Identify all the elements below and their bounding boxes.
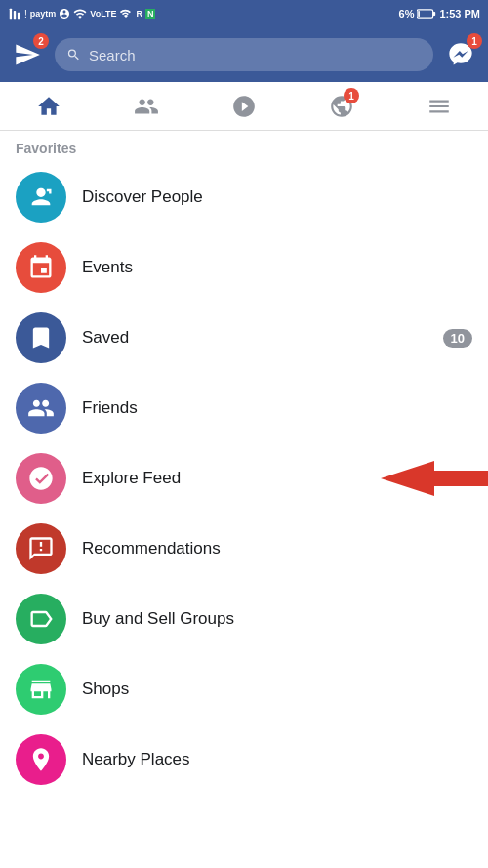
shops-label: Shops: [82, 680, 129, 699]
battery-level: 6%: [399, 8, 415, 20]
svg-marker-6: [381, 461, 488, 496]
svg-rect-4: [433, 12, 436, 16]
shops-icon: [16, 664, 66, 715]
tab-home[interactable]: [0, 82, 98, 130]
menu-item-explore-feed[interactable]: Explore Feed: [0, 443, 488, 514]
content: Favorites Discover People Events Saved 1…: [0, 131, 488, 795]
menu-item-buy-sell-groups[interactable]: Buy and Sell Groups: [0, 584, 488, 654]
recommendations-icon: [16, 523, 66, 574]
menu-item-recommendations[interactable]: Recommendations: [0, 514, 488, 584]
menu-item-shops[interactable]: Shops: [0, 654, 488, 724]
explore-feed-label: Explore Feed: [82, 469, 181, 488]
buy-sell-groups-icon: [16, 594, 66, 644]
messenger-badge: 1: [467, 33, 482, 49]
tab-bar: 1: [0, 82, 488, 131]
nearby-places-icon: [16, 734, 66, 785]
logo-badge: 2: [33, 33, 49, 49]
globe-tab-badge: 1: [344, 88, 359, 103]
tab-menu[interactable]: [390, 82, 488, 130]
search-bar[interactable]: [55, 38, 433, 71]
events-label: Events: [82, 258, 133, 277]
menu-item-saved[interactable]: Saved 10: [0, 303, 488, 373]
nearby-places-label: Nearby Places: [82, 750, 190, 769]
search-input[interactable]: [89, 47, 422, 63]
explore-feed-arrow: [381, 457, 488, 500]
saved-label: Saved: [82, 328, 129, 348]
search-icon: [66, 47, 81, 62]
saved-badge: 10: [443, 329, 472, 348]
menu-item-discover-people[interactable]: Discover People: [0, 162, 488, 232]
status-bar: ! paytm VoLTE R N 6% 1:53 PM: [0, 0, 488, 27]
status-right-info: 6% 1:53 PM: [399, 8, 480, 20]
section-favorites-label: Favorites: [0, 131, 488, 162]
discover-people-label: Discover People: [82, 187, 203, 207]
messenger-icon-wrap[interactable]: 1: [443, 37, 478, 72]
menu-item-friends[interactable]: Friends: [0, 373, 488, 443]
svg-rect-2: [18, 13, 20, 19]
friends-icon: [16, 383, 66, 434]
events-icon: [16, 242, 66, 293]
recommendations-label: Recommendations: [82, 539, 221, 558]
header: 2 1: [0, 27, 488, 82]
buy-sell-groups-label: Buy and Sell Groups: [82, 609, 234, 629]
tab-video[interactable]: [195, 82, 293, 130]
friends-label: Friends: [82, 398, 138, 418]
discover-people-icon: [16, 172, 66, 223]
status-time: 1:53 PM: [439, 8, 480, 20]
saved-icon: [16, 312, 66, 363]
status-left-icons: ! paytm VoLTE R N: [8, 7, 155, 21]
tab-friends[interactable]: [98, 82, 195, 130]
menu-item-nearby-places[interactable]: Nearby Places: [0, 724, 488, 795]
svg-rect-5: [419, 11, 421, 17]
menu-item-events[interactable]: Events: [0, 232, 488, 303]
svg-rect-0: [10, 9, 12, 20]
svg-rect-1: [14, 11, 16, 19]
explore-feed-icon: [16, 453, 66, 504]
facebook-logo-wrap[interactable]: 2: [10, 37, 45, 72]
tab-globe[interactable]: 1: [293, 82, 390, 130]
